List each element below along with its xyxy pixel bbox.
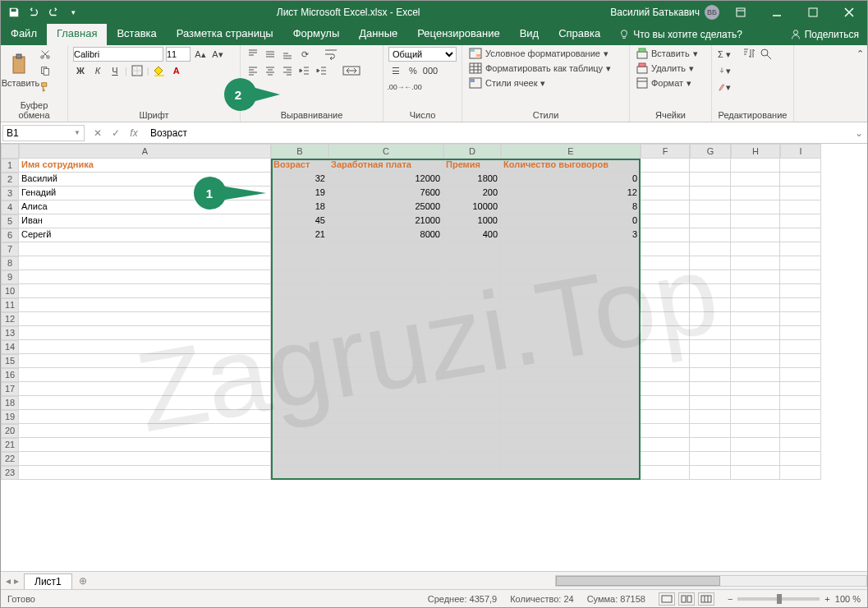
cell[interactable]	[690, 187, 731, 200]
redo-icon[interactable]	[47, 6, 60, 19]
column-header[interactable]: D	[443, 144, 501, 159]
cell[interactable]	[328, 466, 443, 480]
cell[interactable]	[19, 410, 271, 424]
row-header[interactable]: 6	[1, 228, 19, 242]
column-header[interactable]: I	[780, 144, 821, 159]
cell[interactable]	[501, 326, 641, 340]
cell[interactable]	[443, 284, 501, 298]
cell[interactable]: Количество выговоров	[501, 159, 641, 173]
cell[interactable]	[641, 396, 690, 410]
cell[interactable]	[641, 187, 690, 200]
view-page-break-icon[interactable]	[698, 592, 714, 606]
cell[interactable]	[641, 173, 690, 187]
clear-icon[interactable]: ▾	[717, 80, 732, 94]
cell[interactable]	[19, 424, 271, 438]
align-right-icon[interactable]	[280, 63, 295, 78]
cell[interactable]	[271, 284, 328, 298]
name-box[interactable]: B1▼	[2, 125, 85, 141]
cell[interactable]	[443, 270, 501, 284]
format-painter-icon[interactable]	[38, 80, 53, 94]
cell[interactable]	[641, 368, 690, 382]
cell[interactable]	[19, 438, 271, 452]
cell[interactable]	[731, 200, 780, 214]
row-header[interactable]: 2	[1, 173, 19, 187]
font-color-icon[interactable]: A	[169, 63, 184, 78]
row-header[interactable]: 18	[1, 396, 19, 410]
cell[interactable]	[271, 438, 328, 452]
row-header[interactable]: 9	[1, 270, 19, 284]
cell[interactable]	[328, 424, 443, 438]
cell[interactable]	[690, 214, 731, 228]
cell[interactable]	[641, 256, 690, 270]
tab-review[interactable]: Рецензирование	[407, 24, 509, 45]
cell[interactable]	[641, 466, 690, 480]
row-header[interactable]: 17	[1, 382, 19, 396]
cell[interactable]	[443, 326, 501, 340]
cell[interactable]	[780, 466, 821, 480]
cell[interactable]	[501, 354, 641, 368]
cell[interactable]	[780, 270, 821, 284]
spreadsheet-grid[interactable]: ABCDEFGHI 123456789101112131415161718192…	[1, 144, 867, 568]
cell[interactable]	[328, 326, 443, 340]
cell[interactable]	[19, 466, 271, 480]
wrap-text-icon[interactable]	[324, 47, 338, 62]
cell[interactable]	[328, 284, 443, 298]
sheet-nav[interactable]: ◂▸	[1, 575, 24, 587]
close-icon[interactable]	[831, 1, 867, 24]
cell[interactable]	[641, 312, 690, 326]
cell[interactable]: Василий	[19, 173, 271, 187]
bold-button[interactable]: Ж	[73, 63, 88, 78]
cell[interactable]	[731, 228, 780, 242]
zoom-slider[interactable]	[737, 597, 820, 601]
cell[interactable]: 25000	[328, 200, 443, 214]
cell[interactable]	[501, 340, 641, 354]
cell[interactable]	[19, 284, 271, 298]
cell[interactable]	[641, 354, 690, 368]
cell[interactable]	[328, 312, 443, 326]
cell[interactable]	[19, 312, 271, 326]
add-sheet-button[interactable]: ⊕	[72, 573, 94, 588]
comma-icon[interactable]: 000	[423, 63, 438, 78]
cell[interactable]	[19, 368, 271, 382]
maximize-icon[interactable]	[795, 1, 831, 24]
row-header[interactable]: 7	[1, 242, 19, 256]
tab-insert[interactable]: Вставка	[107, 24, 166, 45]
cell[interactable]	[780, 284, 821, 298]
cell[interactable]	[443, 438, 501, 452]
cell[interactable]	[501, 312, 641, 326]
view-page-layout-icon[interactable]	[678, 592, 695, 606]
cell[interactable]	[641, 298, 690, 312]
cell[interactable]	[731, 452, 780, 466]
cell[interactable]	[443, 382, 501, 396]
fx-icon[interactable]: fx	[126, 127, 142, 139]
percent-icon[interactable]: %	[406, 63, 420, 78]
cell[interactable]: 1800	[443, 173, 501, 187]
cell[interactable]	[731, 466, 780, 480]
zoom-control[interactable]: − + 100 %	[728, 594, 861, 604]
conditional-formatting-button[interactable]: Условное форматирование ▾	[467, 47, 624, 60]
cell[interactable]	[443, 396, 501, 410]
tab-page-layout[interactable]: Разметка страницы	[167, 24, 283, 45]
cell[interactable]	[271, 368, 328, 382]
cell[interactable]: 12000	[328, 173, 443, 187]
column-header[interactable]: E	[501, 144, 641, 159]
cell[interactable]	[731, 368, 780, 382]
cell[interactable]	[271, 312, 328, 326]
row-header[interactable]: 20	[1, 424, 19, 438]
user-account[interactable]: Василий Батькавич ВБ	[610, 5, 723, 20]
row-header[interactable]: 22	[1, 452, 19, 466]
cell[interactable]: 200	[443, 187, 501, 200]
cell[interactable]	[641, 410, 690, 424]
cell[interactable]	[641, 382, 690, 396]
align-middle-icon[interactable]	[263, 47, 278, 62]
cell[interactable]: Генадий	[19, 187, 271, 200]
grow-font-icon[interactable]: A▴	[193, 47, 208, 62]
cell[interactable]	[731, 326, 780, 340]
indent-increase-icon[interactable]	[315, 63, 329, 78]
cell[interactable]: Алиса	[19, 200, 271, 214]
cell[interactable]	[780, 452, 821, 466]
cell[interactable]: 400	[443, 228, 501, 242]
cell[interactable]	[19, 382, 271, 396]
cell[interactable]	[731, 354, 780, 368]
indent-decrease-icon[interactable]	[297, 63, 312, 78]
